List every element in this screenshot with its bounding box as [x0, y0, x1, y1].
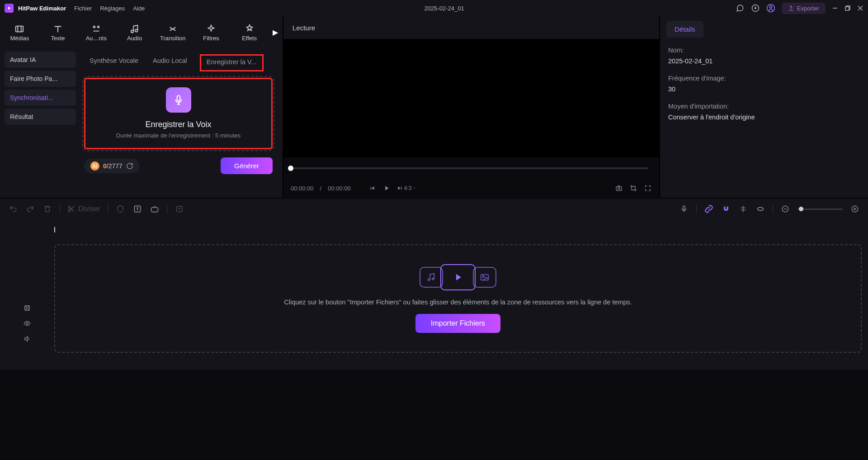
subtab-tts[interactable]: Synthèse Vocale — [88, 54, 140, 71]
sidebar-item-sync[interactable]: Synchronisati... — [5, 90, 76, 106]
app-logo — [5, 4, 14, 13]
preview-time-current: 00:00:00 — [291, 185, 314, 192]
timeline-audio-icon[interactable] — [24, 335, 31, 342]
title-bar: HitPaw Edimakor Fichier Réglages Aide 20… — [0, 0, 868, 16]
tab-audio[interactable]: Audio — [119, 23, 150, 42]
link-active-icon[interactable] — [704, 204, 714, 214]
menu-file[interactable]: Fichier — [74, 5, 92, 12]
audio-subtabs: Synthèse Vocale Audio Local Enregistrer … — [82, 52, 274, 71]
credits-refresh-icon[interactable] — [126, 162, 133, 170]
undo-icon[interactable] — [8, 204, 18, 214]
generate-button[interactable]: Générer — [221, 157, 273, 174]
preview-time-total: 00:00:00 — [328, 185, 351, 192]
svg-rect-4 — [845, 7, 849, 10]
close-button[interactable] — [857, 5, 863, 11]
subtab-record-voice[interactable]: Enregistrer la V... — [200, 54, 264, 71]
app-name: HitPaw Edimakor — [18, 5, 66, 12]
details-name-value: 2025-02-24_01 — [668, 57, 860, 65]
credits-coin-icon: AI — [90, 161, 99, 171]
subtab-local-audio[interactable]: Audio Local — [151, 54, 189, 71]
details-name-label: Nom: — [668, 47, 860, 54]
details-tab[interactable]: Détails — [666, 21, 703, 38]
svg-rect-26 — [25, 306, 30, 311]
marker-icon[interactable] — [115, 204, 125, 214]
credits-total: 2777 — [108, 162, 123, 170]
more-tabs-arrow[interactable]: ▶ — [273, 28, 278, 37]
details-import-label: Moyen d'importation: — [668, 103, 860, 110]
sidebar-item-result[interactable]: Résultat — [5, 109, 76, 125]
next-frame-icon[interactable]: 4:3 — [397, 184, 416, 192]
minimize-button[interactable] — [832, 5, 838, 11]
export-label: Exporter — [797, 5, 819, 12]
tab-autocaption[interactable]: Au…nts — [81, 23, 111, 42]
media-sidebar: Avatar IA Faire Photo Pa... Synchronisat… — [0, 48, 80, 197]
user-icon[interactable] — [766, 4, 775, 13]
preview-controls — [283, 157, 659, 179]
tab-filters[interactable]: Filtres — [196, 23, 226, 42]
text-icon — [53, 23, 63, 35]
timeline-dropzone[interactable]: Cliquez sur le bouton "Importer Fichiers… — [54, 244, 862, 353]
tab-effects[interactable]: Effets — [234, 23, 264, 42]
mic-tool-icon[interactable] — [679, 204, 689, 214]
tab-media[interactable]: Médias — [5, 23, 35, 42]
ai-tool-icon[interactable] — [150, 204, 160, 214]
svg-point-31 — [482, 275, 484, 277]
svg-rect-20 — [683, 206, 685, 209]
menu-help[interactable]: Aide — [133, 5, 145, 12]
export-clip-icon[interactable] — [175, 204, 184, 214]
timeline-save-icon[interactable] — [24, 304, 31, 312]
autocaption-icon — [91, 23, 101, 35]
magnet-icon[interactable] — [721, 204, 731, 214]
credits-pill: AI 0/2777 — [84, 159, 140, 173]
fullscreen-icon[interactable] — [644, 184, 652, 192]
prev-frame-icon[interactable] — [368, 184, 376, 192]
details-fps-value: 30 — [668, 85, 860, 93]
crop-icon[interactable] — [629, 184, 637, 192]
play-icon[interactable] — [382, 184, 391, 192]
import-files-button[interactable]: Importer Fichiers — [415, 314, 500, 333]
chat-icon[interactable] — [736, 4, 745, 13]
details-panel: Nom: 2025-02-24_01 Fréquence d'image: 30… — [660, 38, 868, 140]
svg-rect-18 — [151, 208, 158, 212]
zoom-in-icon[interactable] — [850, 204, 860, 214]
svg-point-9 — [98, 26, 99, 28]
credits-used: 0 — [103, 162, 107, 170]
export-button[interactable]: Exporter — [782, 3, 826, 14]
record-mic-button[interactable] — [166, 87, 191, 113]
delete-icon[interactable] — [42, 204, 52, 214]
zoom-slider[interactable] — [797, 209, 843, 210]
record-title: Enregistrer la Voix — [145, 120, 211, 129]
svg-point-28 — [428, 279, 430, 281]
download-icon[interactable] — [751, 4, 760, 13]
text-tool-icon[interactable] — [132, 204, 142, 214]
svg-rect-21 — [724, 206, 725, 207]
preview-progress[interactable] — [291, 167, 648, 169]
fit-icon[interactable] — [755, 204, 765, 214]
svg-rect-13 — [616, 187, 622, 191]
snapshot-icon[interactable] — [615, 184, 623, 192]
details-import-value: Conserver à l'endroit d'origine — [668, 114, 860, 121]
split-button[interactable]: Diviser — [67, 204, 100, 214]
record-subtitle: Durée maximale de l'enregistrement : 5 m… — [116, 132, 241, 139]
svg-rect-12 — [177, 95, 180, 101]
record-voice-panel: Enregistrer la Voix Durée maximale de l'… — [82, 76, 274, 151]
timeline-ruler[interactable] — [54, 227, 862, 235]
tab-transition[interactable]: Transition — [158, 23, 188, 42]
svg-point-2 — [769, 6, 772, 8]
menu-settings[interactable]: Réglages — [100, 5, 125, 12]
redo-icon[interactable] — [25, 204, 35, 214]
svg-point-29 — [432, 278, 434, 280]
maximize-button[interactable] — [844, 5, 851, 11]
zoom-out-icon[interactable] — [780, 204, 790, 214]
filters-icon — [206, 23, 216, 35]
timeline-eye-icon[interactable] — [24, 320, 31, 327]
transition-icon — [168, 23, 178, 35]
svg-rect-23 — [758, 208, 763, 211]
align-icon[interactable] — [738, 204, 748, 214]
project-title: 2025-02-24_01 — [153, 5, 736, 12]
sidebar-item-avatar[interactable]: Avatar IA — [5, 52, 76, 68]
playhead[interactable] — [54, 227, 55, 232]
sidebar-item-photo[interactable]: Faire Photo Pa... — [5, 71, 76, 87]
svg-rect-22 — [727, 206, 728, 207]
tab-text[interactable]: Texte — [43, 23, 73, 42]
